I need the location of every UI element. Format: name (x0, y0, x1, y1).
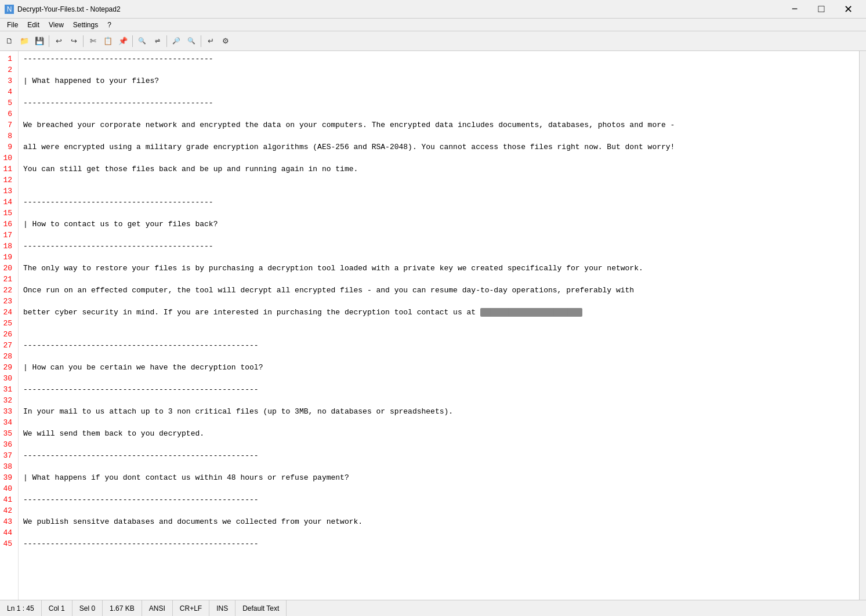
editor-line (23, 108, 854, 119)
editor-line (23, 153, 854, 164)
sep4 (166, 35, 167, 47)
copy-button[interactable]: 📋 (101, 34, 115, 48)
line-number: 13 (0, 186, 15, 197)
editor-line: ----------------------------------------… (23, 340, 854, 351)
editor-line: | How to contact us to get your files ba… (23, 219, 854, 230)
line-number: 8 (0, 131, 15, 142)
editor-line (23, 461, 854, 472)
line-number: 22 (0, 285, 15, 296)
editor-line (23, 373, 854, 384)
editor-line (23, 230, 854, 241)
editor-line: ----------------------------------------… (23, 197, 854, 208)
editor-line: better cyber security in mind. If you ar… (23, 307, 854, 318)
status-col: Col 1 (42, 600, 73, 616)
line-number: 38 (0, 461, 15, 472)
editor-line (23, 86, 854, 97)
editor-line: You can still get those files back and b… (23, 164, 854, 175)
line-number: 25 (0, 318, 15, 329)
line-number: 34 (0, 417, 15, 428)
line-number: 3 (0, 75, 15, 86)
status-lineending: CR+LF (173, 600, 209, 616)
line-number: 36 (0, 439, 15, 450)
editor-line: ----------------------------------------… (23, 494, 854, 505)
editor-line: We will send them back to you decrypted. (23, 428, 854, 439)
status-sel: Sel 0 (73, 600, 103, 616)
window-controls: − □ ✕ (781, 0, 861, 19)
editor-line: The only way to restore your files is by… (23, 263, 854, 274)
line-number: 39 (0, 472, 15, 483)
editor-line (23, 417, 854, 428)
editor-line (23, 483, 854, 494)
menu-bar: File Edit View Settings ? (0, 19, 866, 31)
line-number: 42 (0, 505, 15, 516)
line-number: 17 (0, 230, 15, 241)
status-bar: Ln 1 : 45 Col 1 Sel 0 1.67 KB ANSI CR+LF… (0, 600, 866, 616)
line-number: 45 (0, 538, 15, 549)
undo-button[interactable]: ↩ (52, 34, 66, 48)
maximize-button[interactable]: □ (808, 0, 835, 19)
status-scheme: Default Text (235, 600, 287, 616)
editor-line (23, 64, 854, 75)
line-number: 15 (0, 208, 15, 219)
editor-line: In your mail to us attach up to 3 non cr… (23, 406, 854, 417)
line-number: 37 (0, 450, 15, 461)
status-encoding: ANSI (142, 600, 173, 616)
zoomout-button[interactable]: 🔍 (184, 34, 198, 48)
line-number: 2 (0, 64, 15, 75)
line-number: 6 (0, 108, 15, 119)
find-button[interactable]: 🔍 (135, 34, 149, 48)
menu-edit[interactable]: Edit (23, 20, 44, 30)
zoomin-button[interactable]: 🔎 (169, 34, 183, 48)
wordwrap-button[interactable]: ↵ (204, 34, 218, 48)
editor-line (23, 175, 854, 186)
status-size: 1.67 KB (103, 600, 142, 616)
editor-line: ----------------------------------------… (23, 384, 854, 395)
save-button[interactable]: 💾 (32, 34, 46, 48)
redacted-text: ██████████████████████ (480, 308, 582, 317)
sep5 (201, 35, 201, 47)
editor-line: Once run on an effected computer, the to… (23, 285, 854, 296)
line-number: 18 (0, 241, 15, 252)
line-number: 19 (0, 252, 15, 263)
editor-line (23, 186, 854, 197)
line-number: 23 (0, 296, 15, 307)
minimize-button[interactable]: − (781, 0, 808, 19)
line-number: 14 (0, 197, 15, 208)
new-button[interactable]: 🗋 (2, 34, 16, 48)
title-bar-text: Decrypt-Your-Files.txt - Notepad2 (17, 5, 781, 13)
editor-line: all were encrypted using a military grad… (23, 142, 854, 153)
line-number: 4 (0, 86, 15, 97)
line-number: 12 (0, 175, 15, 186)
line-number: 35 (0, 428, 15, 439)
close-button[interactable]: ✕ (835, 0, 861, 19)
editor-line: We breached your corporate network and e… (23, 119, 854, 131)
settings-button[interactable]: ⚙ (219, 34, 233, 48)
redo-button[interactable]: ↪ (67, 34, 81, 48)
line-number: 5 (0, 97, 15, 108)
editor-line (23, 296, 854, 307)
line-number: 41 (0, 494, 15, 505)
line-number: 31 (0, 384, 15, 395)
cut-button[interactable]: ✄ (86, 34, 100, 48)
menu-settings[interactable]: Settings (68, 20, 103, 30)
menu-help[interactable]: ? (103, 20, 116, 30)
editor-line: We publish sensitve databases and docume… (23, 516, 854, 527)
menu-view[interactable]: View (44, 20, 68, 30)
menu-file[interactable]: File (2, 20, 23, 30)
open-button[interactable]: 📁 (17, 34, 31, 48)
line-number: 9 (0, 142, 15, 153)
paste-button[interactable]: 📌 (116, 34, 130, 48)
line-number: 11 (0, 164, 15, 175)
line-number: 40 (0, 483, 15, 494)
title-bar: N Decrypt-Your-Files.txt - Notepad2 − □ … (0, 0, 866, 19)
editor-line: ----------------------------------------… (23, 241, 854, 252)
vertical-scrollbar[interactable] (859, 51, 866, 600)
editor-container: 1234567891011121314151617181920212223242… (0, 51, 866, 600)
replace-button[interactable]: ⇌ (150, 34, 164, 48)
line-numbers: 1234567891011121314151617181920212223242… (0, 51, 19, 600)
line-number: 10 (0, 153, 15, 164)
editor-content[interactable]: ----------------------------------------… (19, 51, 859, 600)
line-number: 21 (0, 274, 15, 285)
editor-line (23, 318, 854, 329)
editor-line (23, 252, 854, 263)
